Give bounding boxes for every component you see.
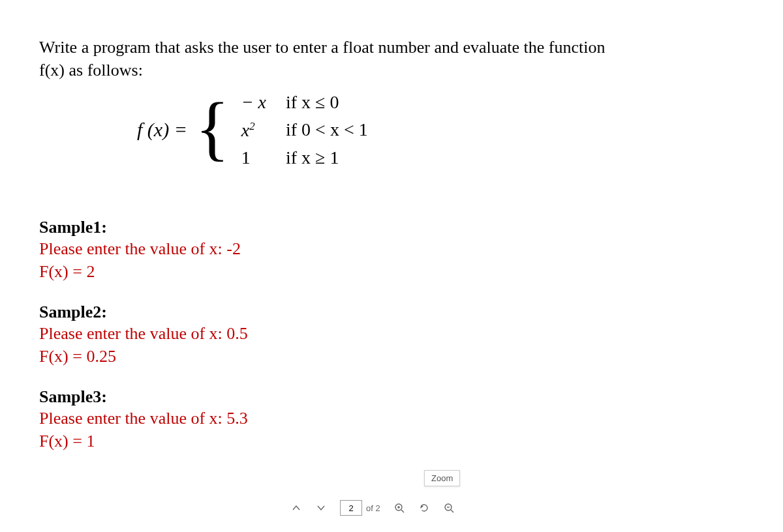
samples-section: Sample1: Please enter the value of x: -2…: [39, 218, 744, 453]
svg-line-5: [451, 510, 453, 512]
sample-input-line: Please enter the value of x: -2: [39, 237, 744, 260]
sample-block: Sample2: Please enter the value of x: 0.…: [39, 303, 744, 368]
prev-page-button[interactable]: [290, 502, 302, 514]
sample-input-line: Please enter the value of x: 0.5: [39, 322, 744, 345]
rotate-icon: [419, 503, 429, 513]
case-expr: 1: [241, 147, 251, 168]
zoom-tooltip: Zoom: [424, 470, 460, 486]
case-cond: if x ≤ 0: [286, 92, 339, 112]
piecewise-formula: f (x) = { − x if x ≤ 0 x2 if 0 < x < 1 1…: [137, 88, 744, 171]
sample-title: Sample3:: [39, 387, 744, 407]
case-row: 1 if x ≥ 1: [239, 145, 380, 171]
sample-output-line: F(x) = 0.25: [39, 345, 744, 368]
formula-lhs: f (x) =: [137, 119, 187, 141]
curly-brace-icon: {: [195, 99, 230, 156]
sample-block: Sample1: Please enter the value of x: -2…: [39, 218, 744, 283]
chevron-up-icon: [291, 503, 301, 513]
intro-text: Write a program that asks the user to en…: [39, 36, 744, 81]
sample-output-line: F(x) = 1: [39, 430, 744, 452]
sample-block: Sample3: Please enter the value of x: 5.…: [39, 387, 744, 452]
page-total-label: of 2: [366, 503, 380, 513]
next-page-button[interactable]: [315, 502, 327, 514]
zoom-out-icon: [444, 503, 454, 513]
chevron-down-icon: [316, 503, 326, 513]
case-expr: − x: [241, 92, 266, 112]
sample-title: Sample2:: [39, 303, 744, 322]
zoom-in-button[interactable]: [393, 502, 405, 514]
case-expr: x2: [241, 120, 255, 140]
case-cond: if 0 < x < 1: [286, 119, 368, 140]
sample-title: Sample1:: [39, 218, 744, 237]
case-row: x2 if 0 < x < 1: [239, 117, 380, 143]
rotate-button[interactable]: [418, 502, 430, 514]
case-row: − x if x ≤ 0: [239, 89, 380, 115]
zoom-in-icon: [394, 503, 405, 513]
document-content: Write a program that asks the user to en…: [0, 0, 783, 452]
viewer-toolbar: of 2: [290, 500, 455, 516]
sample-input-line: Please enter the value of x: 5.3: [39, 407, 744, 430]
intro-line-2: f(x) as follows:: [39, 61, 143, 80]
sample-output-line: F(x) = 2: [39, 260, 744, 283]
intro-line-1: Write a program that asks the user to en…: [39, 38, 605, 57]
zoom-out-button[interactable]: [443, 502, 455, 514]
svg-line-1: [401, 510, 404, 512]
cases-table: − x if x ≤ 0 x2 if 0 < x < 1 1 if x ≥ 1: [238, 88, 381, 171]
page-number-input[interactable]: [340, 500, 362, 516]
page-indicator: of 2: [340, 500, 380, 516]
case-cond: if x ≥ 1: [286, 147, 339, 168]
